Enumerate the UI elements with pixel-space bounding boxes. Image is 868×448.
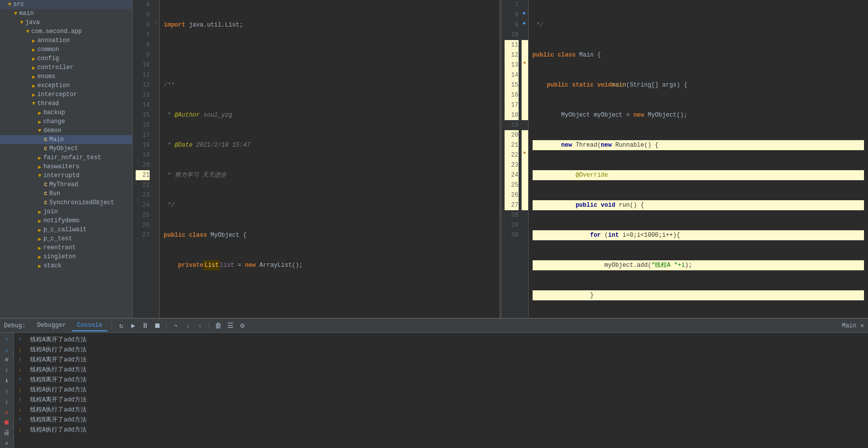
sidebar-item-interceptor[interactable]: ▶ interceptor xyxy=(0,90,132,99)
debug-btn-clear[interactable]: 🗑 xyxy=(213,321,223,331)
java-class-icon: C xyxy=(44,182,48,188)
console-tab-label: Console xyxy=(77,322,102,329)
code-line: import java.util.List; xyxy=(164,20,496,30)
sidebar-item-controller[interactable]: ▶ controller xyxy=(0,63,132,72)
sidebar-item-thread[interactable]: ▼ thread xyxy=(0,99,132,108)
debug-tabs: Debugger Console xyxy=(32,320,108,331)
side-icon-list[interactable]: ≡ xyxy=(1,355,13,365)
debug-btn-restart[interactable]: ↻ xyxy=(116,321,126,331)
folder-icon: ▶ xyxy=(32,65,36,71)
code-editor-left[interactable]: 456789 101112131415 1617181920 21 222324… xyxy=(133,0,500,318)
sidebar-item-reentrant[interactable]: ▶ reentrant xyxy=(0,243,132,252)
side-icon-scroll-up[interactable]: ↑ xyxy=(1,366,13,375)
code-line: * @Author soul_yzg xyxy=(164,110,496,120)
sidebar-item-label: MyObject xyxy=(50,145,79,152)
sidebar-item-fair-nofair-test[interactable]: ▶ fair_nofair_test xyxy=(0,153,132,162)
sidebar-item-sync-obj-java[interactable]: C SynchronizedObject xyxy=(0,198,132,207)
folder-icon: ▶ xyxy=(38,164,42,170)
sidebar-item-label: MyThread xyxy=(50,181,79,188)
side-icon-halt[interactable]: ⏹ xyxy=(1,418,13,427)
sidebar-item-p-c-test[interactable]: ▶ p_c_test xyxy=(0,234,132,243)
sidebar-item-label: main xyxy=(20,10,34,17)
toolbar-separator xyxy=(112,322,112,330)
folder-icon: ▶ xyxy=(32,92,36,98)
sidebar-item-label: enums xyxy=(38,73,56,80)
console-arrow-icon: ↑ xyxy=(18,415,26,425)
debug-btn-stop[interactable]: ⏹ xyxy=(152,321,162,331)
sidebar-item-com-second-app[interactable]: ▼ com.second.app xyxy=(0,27,132,36)
code-content-left[interactable]: import java.util.List; /** * @Author sou… xyxy=(160,0,500,318)
code-line: private List list = new ArrayList(); xyxy=(164,260,496,270)
folder-icon: ▼ xyxy=(38,173,42,179)
debug-btn-step-over[interactable]: ↷ xyxy=(171,321,181,331)
console-arrow-icon: ↓ xyxy=(18,365,26,375)
sidebar-item-main[interactable]: ▼ main xyxy=(0,9,132,18)
folder-icon: ▶ xyxy=(32,74,36,80)
sidebar-item-join[interactable]: ▶ join xyxy=(0,207,132,216)
side-icon-stop[interactable]: ✕ xyxy=(1,407,13,417)
sidebar-item-backup[interactable]: ▶ backup xyxy=(0,108,132,117)
tab-console[interactable]: Console xyxy=(72,320,108,331)
sidebar-item-label: Run xyxy=(50,190,61,197)
side-icon-down[interactable]: ↓ xyxy=(1,345,13,355)
sidebar-item-myobject-java[interactable]: C MyObject xyxy=(0,144,132,153)
debug-btn-settings[interactable]: ⚙ xyxy=(237,321,247,331)
sidebar-item-java[interactable]: ▼ java xyxy=(0,18,132,27)
console-output[interactable]: ↑线程A离开了add方法 ↓线程A执行了add方法 ↑线程A离开了add方法 ↓… xyxy=(14,333,868,448)
folder-icon: ▶ xyxy=(38,110,42,116)
debug-btn-step-out[interactable]: ↑ xyxy=(195,321,205,331)
sidebar-item-label: demon xyxy=(44,127,62,134)
sidebar-item-label: p_c_callwait xyxy=(44,226,87,233)
console-line: ↑线程A离开了add方法 xyxy=(18,355,864,365)
console-arrow-icon: ↓ xyxy=(18,405,26,415)
sidebar-item-p-c-callwait[interactable]: ▶ p_c_callwait xyxy=(0,225,132,234)
sidebar-item-interruptd[interactable]: ▼ interruptd xyxy=(0,171,132,180)
debug-session-close[interactable]: ✕ xyxy=(860,322,864,329)
side-icon-print[interactable]: 🖨 xyxy=(1,428,13,438)
sidebar-item-haswaiters[interactable]: ▶ haswaiters xyxy=(0,162,132,171)
tab-debugger[interactable]: Debugger xyxy=(32,320,72,331)
sidebar-item-change[interactable]: ▶ change xyxy=(0,117,132,126)
sidebar-item-demon[interactable]: ▼ demon xyxy=(0,126,132,135)
sidebar-item-label: interceptor xyxy=(38,91,77,98)
debug-btn-pause[interactable]: ⏸ xyxy=(140,321,150,331)
sidebar-item-label: java xyxy=(26,19,40,26)
debug-btn-resume[interactable]: ▶ xyxy=(128,321,138,331)
side-icon-scroll-down[interactable]: ⬇ xyxy=(1,376,13,386)
console-arrow-icon: ↑ xyxy=(18,375,26,385)
folder-icon: ▶ xyxy=(38,119,42,125)
debug-label: Debug: xyxy=(4,322,26,329)
code-line-highlighted: public void run() { xyxy=(533,200,864,210)
sidebar-item-common[interactable]: ▶ common xyxy=(0,45,132,54)
side-icon-step-down[interactable]: ↓ xyxy=(1,397,13,406)
console-text: 线程B离开了add方法 xyxy=(30,375,87,385)
sidebar-item-main-java[interactable]: C Main xyxy=(0,135,132,144)
side-icon-up[interactable]: ↑ xyxy=(1,335,13,344)
folder-icon: ▶ xyxy=(38,236,42,242)
debug-btn-step-into[interactable]: ↓ xyxy=(183,321,193,331)
sidebar-item-label: change xyxy=(44,118,65,125)
code-line-highlighted: myObject.add("线程A "+i); xyxy=(533,260,864,270)
sidebar-item-singleton[interactable]: ▶ singleton xyxy=(0,252,132,261)
console-line: ↓线程A执行了add方法 xyxy=(18,345,864,355)
sidebar-item-exception[interactable]: ▶ exception xyxy=(0,81,132,90)
code-editor-right[interactable]: 78910 11 12 13 14 15 16 17 18 19 20 21 2… xyxy=(502,0,869,318)
sidebar-item-stack[interactable]: ▶ stack xyxy=(0,261,132,270)
sidebar-item-run-java[interactable]: C Run xyxy=(0,189,132,198)
sidebar-item-mythread-java[interactable]: C MyThread xyxy=(0,180,132,189)
folder-icon: ▼ xyxy=(32,101,36,107)
debug-btn-filter[interactable]: ☰ xyxy=(225,321,235,331)
code-line: */ xyxy=(164,200,496,210)
sidebar-item-notifydemo[interactable]: ▶ notifydemo xyxy=(0,216,132,225)
folder-icon: ▼ xyxy=(8,2,12,8)
side-icon-clear-console[interactable]: ⚡ xyxy=(1,438,13,448)
sidebar-item-src[interactable]: ▼ src xyxy=(0,0,132,9)
sidebar-item-annoation[interactable]: ▶ annoation xyxy=(0,36,132,45)
code-line-highlighted: @Override xyxy=(533,170,864,180)
side-icon-step-up[interactable]: ↑ xyxy=(1,387,13,396)
sidebar-item-enums[interactable]: ▶ enums xyxy=(0,72,132,81)
sidebar-item-config[interactable]: ▶ config xyxy=(0,54,132,63)
toolbar-separator-2 xyxy=(166,322,167,330)
console-text: 线程A执行了add方法 xyxy=(30,405,87,415)
code-content-right[interactable]: */ public class Main { public static voi… xyxy=(529,0,869,318)
